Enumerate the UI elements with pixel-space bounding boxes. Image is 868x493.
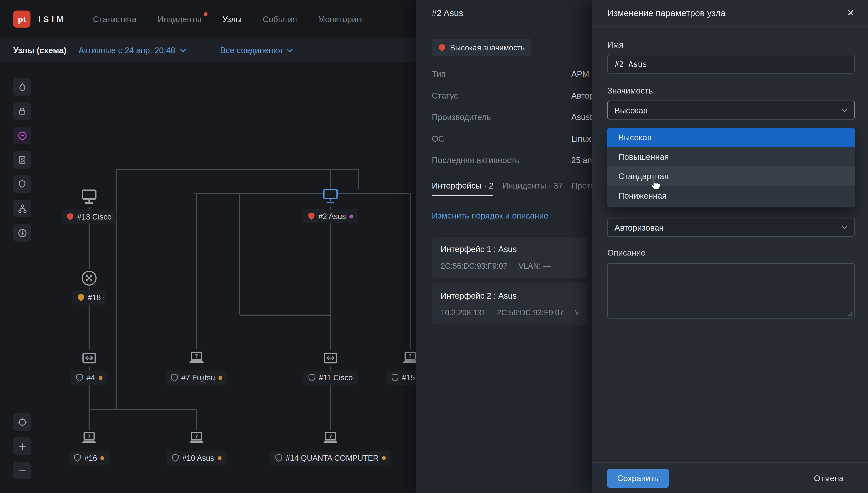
node-laptop-icon[interactable]: ? [187,429,206,448]
nav-item-incidents[interactable]: Инциденты [158,14,201,23]
property-label: Тип [432,69,571,79]
name-label: Имя [607,40,855,49]
name-input[interactable]: #2 Asus [607,55,855,73]
chevron-down-icon [842,225,848,229]
zoom-toolbar [13,413,31,479]
node-monitor-icon[interactable] [321,188,340,207]
shield-icon [18,180,26,189]
tool-doc-check-button[interactable] [13,151,31,169]
nav-item-monitoring[interactable]: Мониторинг [318,14,364,23]
dropdown-option[interactable]: Пониженная [607,186,855,205]
plus-circle-icon [17,228,27,237]
node-label[interactable]: #11 Cisco [303,370,358,385]
save-button[interactable]: Сохранить [607,469,669,488]
property-value: АРМ [571,69,589,79]
filter-connections-label: Все соединения [220,45,282,55]
close-icon[interactable]: ✕ [847,8,855,18]
status-dot-icon [101,456,104,460]
svg-text:?: ? [87,433,90,439]
svg-text:?: ? [409,353,411,359]
node-monitor-icon[interactable] [80,188,99,207]
meta-item: VLAN: — [575,308,579,317]
property-value: Авторизован [571,91,592,100]
node-name: #10 Asus [182,453,214,462]
status-dot-icon [382,456,386,460]
interface-card[interactable]: Интерфейс 2 : Asus10.2.208.1312C:56:DC:9… [432,283,587,325]
node-laptop-icon[interactable]: ? [321,429,340,448]
chevron-down-icon [180,49,186,52]
node-name: #16 [84,453,97,462]
property-row: ПроизводительAsustek [416,106,592,128]
modal-footer: Сохранить Отмена [592,462,868,493]
meta-item: 10.2.208.131 [441,308,486,317]
property-row: Последняя активность25 апр [416,149,592,171]
node-label[interactable]: #14 QUANTA COMPUTER [270,451,391,465]
svg-text:?: ? [195,353,198,359]
dropdown-option[interactable]: Стандартная [607,166,855,186]
interface-card[interactable]: Интерфейс 1 : Asus2C:56:DC:93:F9:07VLAN:… [432,237,587,278]
node-label[interactable]: #2 Asus [303,209,358,223]
lock-icon [18,107,26,115]
svg-text:?: ? [195,433,198,439]
node-label[interactable]: #16 [69,451,109,465]
nav-item-statistics[interactable]: Статистика [93,14,137,23]
node-name: #14 QUANTA COMPUTER [286,453,379,462]
node-laptop-icon[interactable]: ? [80,429,99,448]
property-value: Linux [571,134,591,143]
dropdown-option[interactable]: Высокая [607,128,855,147]
node-label[interactable]: #13 Cisco [62,210,117,224]
dropdown-option[interactable]: Повышенная [607,147,855,167]
property-label: Последняя активность [432,155,571,165]
nav-item-nodes[interactable]: Узлы [222,14,242,23]
property-value: 25 апр [571,155,592,165]
shield-icon [308,374,316,382]
tab[interactable]: Протоколы [571,181,592,196]
tool-plus-button[interactable] [13,437,31,455]
tool-minus-circle-button[interactable] [13,127,31,144]
node-bridge-icon[interactable] [321,349,340,368]
node-label[interactable]: #4 [71,370,107,385]
description-textarea[interactable] [607,263,855,318]
resize-grip-icon[interactable] [848,311,853,317]
status-select[interactable]: Авторизован [607,218,855,237]
node-label[interactable]: #7 Fujitsu [166,370,227,385]
filter-connections[interactable]: Все соединения [220,45,293,55]
tool-hierarchy-button[interactable] [13,200,31,217]
tab[interactable]: Инциденты · 37 [502,181,563,196]
interface-title: Интерфейс 1 : Asus [441,244,578,254]
node-switch-icon[interactable] [80,269,99,287]
shield-icon [308,212,315,220]
edit-order-link[interactable]: Изменить порядок и описание [432,211,592,220]
canvas-toolbar [13,78,31,241]
tab[interactable]: Интерфейсы · 2 [432,181,493,196]
node-laptop-icon[interactable]: ? [187,349,206,368]
tool-flame-button[interactable] [13,78,31,95]
importance-select[interactable]: Высокая [607,101,855,120]
status-dot-icon [218,376,222,380]
node-name: #13 Cisco [77,212,112,221]
tool-crosshair-button[interactable] [13,413,31,431]
meta-item: 2C:56:DC:93:F9:07 [497,308,564,317]
minus-icon [18,467,26,475]
node-name: #18 [88,293,101,302]
cancel-button[interactable]: Отмена [814,473,844,483]
property-label: ОС [432,134,571,143]
description-label: Описание [607,248,645,257]
tool-lock-button[interactable] [13,102,31,120]
status-dot-icon [98,376,102,380]
status-select-value: Авторизован [614,222,664,232]
page-title: Узлы (схема) [13,45,66,55]
shield-icon [78,294,85,301]
tool-shield-button[interactable] [13,175,31,193]
nav-item-events[interactable]: События [263,14,297,23]
property-row: ТипАРМ [416,63,592,85]
chevron-down-icon [842,108,848,112]
node-label[interactable]: #10 Asus [167,451,226,465]
pt-logo[interactable]: pt [13,10,31,27]
filter-active-since[interactable]: Активные с 24 апр, 20:48 [79,45,186,55]
shield-icon [67,213,74,221]
tool-minus-button[interactable] [13,462,31,479]
node-label[interactable]: #18 [73,291,106,305]
tool-plus-circle-button[interactable] [13,224,31,242]
node-bridge-icon[interactable] [80,349,99,368]
